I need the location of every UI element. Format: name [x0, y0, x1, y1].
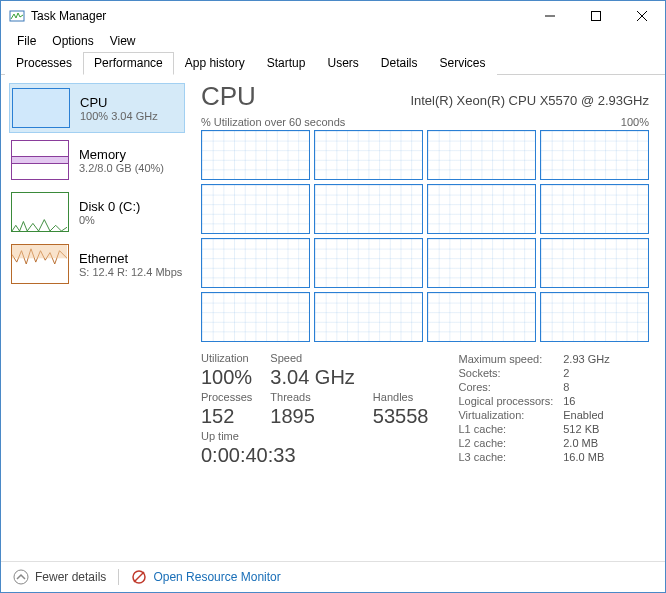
tab-performance[interactable]: Performance: [83, 52, 174, 75]
resource-monitor-icon: [131, 569, 147, 585]
menu-options[interactable]: Options: [44, 32, 101, 50]
v: 16: [563, 394, 649, 408]
menu-file[interactable]: File: [9, 32, 44, 50]
core-cell: [540, 184, 649, 234]
disk-thumb-icon: [11, 192, 69, 232]
value-handles: 53558: [373, 405, 429, 428]
maximize-button[interactable]: [573, 1, 619, 31]
open-resource-monitor-link[interactable]: Open Resource Monitor: [131, 569, 280, 585]
chevron-up-icon: [13, 569, 29, 585]
stats-right: Maximum speed:2.93 GHz Sockets:2 Cores:8…: [458, 352, 649, 467]
main-panel: CPU Intel(R) Xeon(R) CPU X5570 @ 2.93GHz…: [191, 75, 665, 561]
sidebar-memory-sub: 3.2/8.0 GB (40%): [79, 162, 164, 174]
v: 2: [563, 366, 649, 380]
sidebar-item-ethernet[interactable]: Ethernet S: 12.4 R: 12.4 Mbps: [9, 239, 185, 289]
tabbar: Processes Performance App history Startu…: [1, 51, 665, 75]
close-button[interactable]: [619, 1, 665, 31]
svg-line-8: [134, 572, 144, 582]
core-cell: [427, 184, 536, 234]
tab-services[interactable]: Services: [429, 52, 497, 75]
value-threads: 1895: [270, 405, 354, 428]
minimize-button[interactable]: [527, 1, 573, 31]
sidebar-ethernet-sub: S: 12.4 R: 12.4 Mbps: [79, 266, 182, 278]
core-cell: [201, 292, 310, 342]
label-processes: Processes: [201, 391, 252, 403]
k: Sockets:: [458, 366, 563, 380]
value-utilization: 100%: [201, 366, 252, 389]
core-cell: [314, 184, 423, 234]
fewer-details-label: Fewer details: [35, 570, 106, 584]
core-cell: [314, 292, 423, 342]
k: L2 cache:: [458, 436, 563, 450]
v: Enabled: [563, 408, 649, 422]
v: 8: [563, 380, 649, 394]
k: L1 cache:: [458, 422, 563, 436]
stats: Utilization Speed 100% 3.04 GHz Processe…: [201, 352, 649, 467]
graph-label-right: 100%: [621, 116, 649, 128]
sidebar-cpu-title: CPU: [80, 95, 158, 110]
cpu-thumb-icon: [12, 88, 70, 128]
stats-left: Utilization Speed 100% 3.04 GHz Processe…: [201, 352, 428, 467]
cpu-core-grid: [201, 130, 649, 342]
sidebar-disk-title: Disk 0 (C:): [79, 199, 140, 214]
core-cell: [427, 292, 536, 342]
core-cell: [201, 130, 310, 180]
core-cell: [427, 130, 536, 180]
titlebar: Task Manager: [1, 1, 665, 31]
value-speed: 3.04 GHz: [270, 366, 354, 389]
tab-startup[interactable]: Startup: [256, 52, 317, 75]
core-cell: [427, 238, 536, 288]
sidebar-disk-sub: 0%: [79, 214, 140, 226]
open-resource-monitor-label: Open Resource Monitor: [153, 570, 280, 584]
tab-users[interactable]: Users: [316, 52, 369, 75]
tab-details[interactable]: Details: [370, 52, 429, 75]
separator: [118, 569, 119, 585]
core-cell: [540, 292, 649, 342]
svg-point-6: [14, 570, 28, 584]
core-cell: [201, 238, 310, 288]
content: CPU 100% 3.04 GHz Memory 3.2/8.0 GB (40%…: [1, 75, 665, 561]
svg-rect-2: [592, 12, 601, 21]
sidebar-memory-title: Memory: [79, 147, 164, 162]
core-cell: [314, 130, 423, 180]
menu-view[interactable]: View: [102, 32, 144, 50]
fewer-details-button[interactable]: Fewer details: [13, 569, 106, 585]
window-controls: [527, 1, 665, 31]
sidebar-item-disk[interactable]: Disk 0 (C:) 0%: [9, 187, 185, 237]
v: 2.93 GHz: [563, 352, 649, 366]
core-cell: [201, 184, 310, 234]
app-icon: [9, 8, 25, 24]
sidebar-item-cpu[interactable]: CPU 100% 3.04 GHz: [9, 83, 185, 133]
tab-processes[interactable]: Processes: [5, 52, 83, 75]
v: 512 KB: [563, 422, 649, 436]
cpu-details-table: Maximum speed:2.93 GHz Sockets:2 Cores:8…: [458, 352, 649, 464]
label-threads: Threads: [270, 391, 354, 403]
label-speed: Speed: [270, 352, 354, 364]
tab-apphistory[interactable]: App history: [174, 52, 256, 75]
v: 2.0 MB: [563, 436, 649, 450]
label-uptime: Up time: [201, 430, 428, 442]
core-cell: [314, 238, 423, 288]
window-title: Task Manager: [31, 9, 527, 23]
graph-label-left: % Utilization over 60 seconds: [201, 116, 345, 128]
value-uptime: 0:00:40:33: [201, 444, 428, 467]
v: 16.0 MB: [563, 450, 649, 464]
core-cell: [540, 130, 649, 180]
k: Logical processors:: [458, 394, 563, 408]
value-processes: 152: [201, 405, 252, 428]
sidebar-item-memory[interactable]: Memory 3.2/8.0 GB (40%): [9, 135, 185, 185]
sidebar: CPU 100% 3.04 GHz Memory 3.2/8.0 GB (40%…: [1, 75, 191, 561]
bottom-bar: Fewer details Open Resource Monitor: [1, 561, 665, 591]
svg-rect-5: [12, 245, 67, 258]
memory-thumb-icon: [11, 140, 69, 180]
menubar: File Options View: [1, 31, 665, 51]
page-title: CPU: [201, 81, 256, 112]
core-cell: [540, 238, 649, 288]
cpu-description: Intel(R) Xeon(R) CPU X5570 @ 2.93GHz: [410, 93, 649, 108]
label-utilization: Utilization: [201, 352, 252, 364]
k: Cores:: [458, 380, 563, 394]
ethernet-thumb-icon: [11, 244, 69, 284]
k: Virtualization:: [458, 408, 563, 422]
sidebar-ethernet-title: Ethernet: [79, 251, 182, 266]
k: Maximum speed:: [458, 352, 563, 366]
